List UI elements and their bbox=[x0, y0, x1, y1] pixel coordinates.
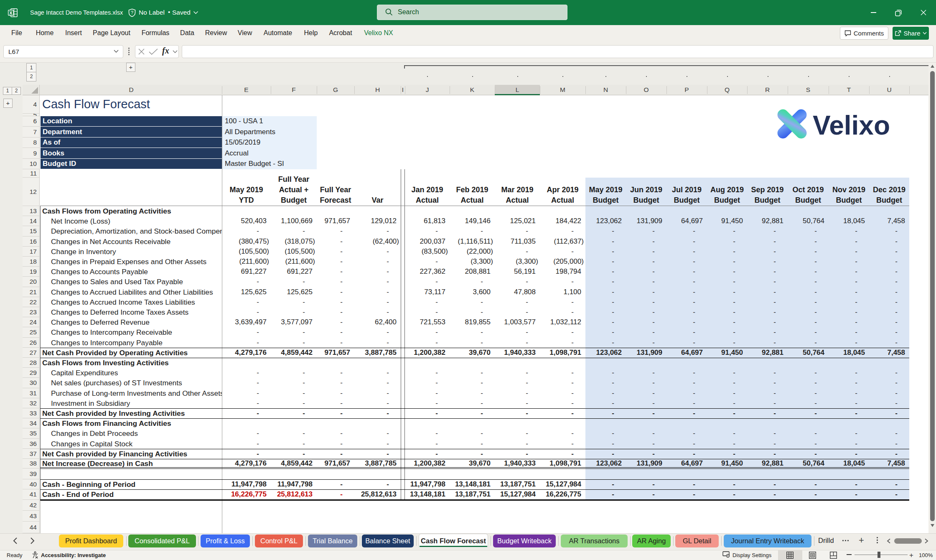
svg-text:X: X bbox=[9, 10, 13, 15]
svg-text:?: ? bbox=[131, 10, 133, 15]
